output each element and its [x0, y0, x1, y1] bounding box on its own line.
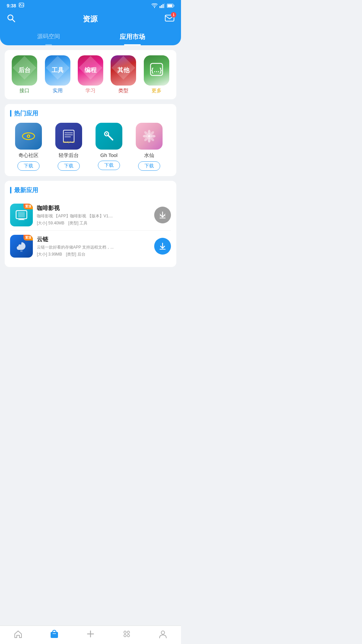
- hot-app-study7[interactable]: Study7.cn 轻学后台 下载: [50, 123, 87, 171]
- latest-apps-title: 最新应用: [14, 186, 38, 194]
- status-bar: 9:38: [0, 0, 181, 10]
- category-tools-label: 实用: [53, 88, 63, 94]
- svg-rect-7: [168, 4, 172, 7]
- category-backend-label: 接口: [19, 88, 29, 94]
- svg-point-29: [151, 135, 156, 138]
- svg-rect-2: [160, 6, 161, 8]
- page-title: 资源: [83, 14, 98, 24]
- kafei-icon: 置顶: [10, 204, 33, 226]
- category-tools[interactable]: 工具 实用: [43, 55, 73, 94]
- hot-apps-section: 热门应用 奇心社区 下载: [5, 104, 176, 176]
- svg-text:H: H: [20, 250, 22, 253]
- ghtool-name: Gh Tool: [100, 152, 117, 158]
- category-section: 后台 接口 工具 实用 编程 学习 其他 类型: [5, 50, 176, 99]
- svg-line-9: [12, 19, 15, 22]
- qixin-name: 奇心社区: [18, 152, 39, 159]
- tab-market[interactable]: 应用市场: [90, 29, 174, 45]
- svg-rect-3: [161, 5, 162, 8]
- hot-app-shuixian[interactable]: 水仙 下载: [131, 123, 168, 171]
- svg-text:Study7.cn: Study7.cn: [63, 141, 75, 144]
- category-more-label: 更多: [152, 88, 162, 94]
- latest-app-yunlian[interactable]: 置顶 H 云链 云链一款好看的存储APP 支持远程文档，... [大小] 3.9…: [10, 231, 171, 262]
- yunlian-badge: 置顶: [23, 235, 33, 240]
- yunlian-meta: [大小] 3.99MB [类型] 后台: [37, 252, 150, 257]
- category-backend[interactable]: 后台 接口: [9, 55, 40, 94]
- tab-source[interactable]: 源码空间: [7, 29, 90, 45]
- battery-icon: [167, 4, 174, 8]
- svg-point-15: [28, 136, 29, 137]
- yunlian-desc: 云链一款好看的存储APP 支持远程文档，...: [37, 245, 117, 250]
- status-image-icon: [19, 3, 24, 8]
- yunlian-download-btn[interactable]: [154, 238, 171, 255]
- hot-apps-list: 奇心社区 下载 Study7.cn 轻学后台 下载: [10, 123, 171, 171]
- svg-point-25: [148, 135, 150, 138]
- status-icons: [152, 3, 174, 8]
- category-other-label: 类型: [118, 88, 128, 94]
- qixin-icon: [15, 123, 42, 150]
- category-coding-label: 学习: [85, 88, 96, 94]
- mail-button[interactable]: 1: [165, 14, 174, 24]
- kafei-name: 咖啡影视: [37, 204, 150, 212]
- header: 资源 1 源码空间 应用市场: [0, 10, 181, 45]
- mail-badge: 1: [171, 12, 176, 17]
- study7-name: 轻学后台: [59, 152, 79, 159]
- section-title-bar: [10, 110, 11, 117]
- svg-point-26: [148, 130, 150, 135]
- qixin-download-btn[interactable]: 下载: [17, 161, 40, 171]
- hot-app-qixin[interactable]: 奇心社区 下载: [10, 123, 47, 171]
- shuixian-name: 水仙: [144, 152, 154, 159]
- category-more[interactable]: {…} 更多: [141, 55, 172, 94]
- svg-point-23: [106, 133, 107, 135]
- shuixian-icon: [136, 123, 163, 150]
- yunlian-info: 云链 云链一款好看的存储APP 支持远程文档，... [大小] 3.99MB […: [37, 235, 150, 257]
- kafei-badge: 置顶: [23, 204, 33, 209]
- kafei-desc: 咖啡影视 【APP】咖啡影视 【版本】V1....: [37, 213, 117, 219]
- svg-point-27: [148, 138, 150, 143]
- latest-apps-section: 最新应用 置顶 咖啡影视 咖啡影视 【APP】咖啡影视 【版本】V1.... […: [5, 181, 176, 267]
- category-other[interactable]: 其他 类型: [108, 55, 138, 94]
- tab-bar: 源码空间 应用市场: [7, 29, 174, 45]
- svg-line-22: [108, 135, 113, 140]
- search-button[interactable]: [7, 14, 15, 24]
- svg-point-28: [143, 135, 147, 138]
- hot-apps-title: 热门应用: [14, 109, 38, 117]
- kafei-download-btn[interactable]: [154, 207, 171, 223]
- svg-rect-0: [19, 3, 24, 7]
- latest-app-kafei[interactable]: 置顶 咖啡影视 咖啡影视 【APP】咖啡影视 【版本】V1.... [大小] 5…: [10, 200, 171, 231]
- svg-rect-4: [163, 4, 164, 8]
- yunlian-name: 云链: [37, 235, 150, 243]
- category-coding[interactable]: 编程 学习: [75, 55, 106, 94]
- signal-icon: [160, 3, 165, 8]
- study7-download-btn[interactable]: 下载: [58, 161, 80, 171]
- wifi-icon: [152, 3, 158, 8]
- kafei-meta: [大小] 59.40MB [类型] 工具: [37, 220, 150, 226]
- ghtool-icon: [96, 123, 122, 150]
- kafei-info: 咖啡影视 咖啡影视 【APP】咖啡影视 【版本】V1.... [大小] 59.4…: [37, 204, 150, 226]
- latest-section-title-bar: [10, 187, 11, 194]
- study7-icon: Study7.cn: [55, 123, 82, 150]
- hot-app-ghtool[interactable]: Gh Tool 下载: [90, 123, 127, 171]
- svg-rect-5: [164, 3, 165, 8]
- svg-rect-35: [18, 212, 25, 217]
- shuixian-download-btn[interactable]: 下载: [138, 161, 160, 171]
- yunlian-icon: 置顶 H: [10, 235, 33, 258]
- ghtool-download-btn[interactable]: 下载: [98, 161, 120, 170]
- status-time: 9:38: [7, 3, 16, 8]
- svg-text:{…}: {…}: [151, 67, 162, 73]
